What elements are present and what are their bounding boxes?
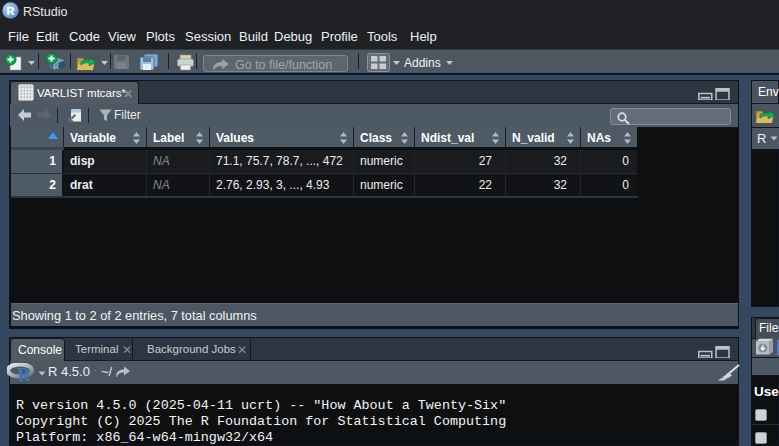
- svg-text:R: R: [18, 365, 32, 382]
- svg-text:R: R: [7, 5, 15, 17]
